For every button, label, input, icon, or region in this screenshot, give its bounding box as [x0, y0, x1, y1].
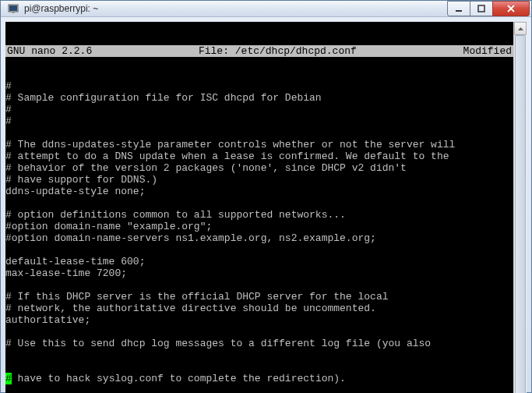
svg-rect-3 [456, 10, 462, 12]
window-title: pi@raspberrypi: ~ [24, 3, 448, 14]
terminal[interactable]: GNU nano 2.2.6 File: /etc/dhcp/dhcpd.con… [5, 22, 527, 393]
maximize-button[interactable] [470, 1, 493, 16]
nano-version: GNU nano 2.2.6 [5, 45, 92, 57]
nano-header: GNU nano 2.2.6 File: /etc/dhcp/dhcpd.con… [5, 45, 513, 57]
putty-window: pi@raspberrypi: ~ GNU nano 2.2.6 File: /… [0, 0, 532, 393]
cursor-line-rest: have to hack syslog.conf to complete the… [12, 373, 346, 384]
cursor-line[interactable]: # have to hack syslog.conf to complete t… [5, 373, 513, 384]
terminal-content: GNU nano 2.2.6 File: /etc/dhcp/dhcpd.con… [5, 22, 513, 393]
minimize-button[interactable] [447, 1, 470, 16]
editor-body[interactable]: # # Sample configuration file for ISC dh… [5, 80, 513, 349]
cursor: # [5, 373, 12, 384]
scroll-thumb[interactable] [515, 35, 526, 393]
app-icon [7, 2, 19, 15]
close-button[interactable] [492, 1, 530, 16]
scroll-up-button[interactable] [514, 22, 527, 35]
nano-file: File: /etc/dhcp/dhcpd.conf [92, 45, 463, 57]
terminal-frame: GNU nano 2.2.6 File: /etc/dhcp/dhcpd.con… [1, 17, 531, 393]
scrollbar[interactable] [513, 22, 527, 393]
scroll-track[interactable] [514, 35, 527, 393]
svg-rect-4 [478, 5, 484, 12]
svg-rect-1 [9, 5, 17, 11]
window-controls [448, 1, 530, 16]
svg-rect-2 [12, 12, 15, 13]
window-titlebar[interactable]: pi@raspberrypi: ~ [1, 1, 531, 17]
nano-status: Modified [463, 45, 513, 57]
